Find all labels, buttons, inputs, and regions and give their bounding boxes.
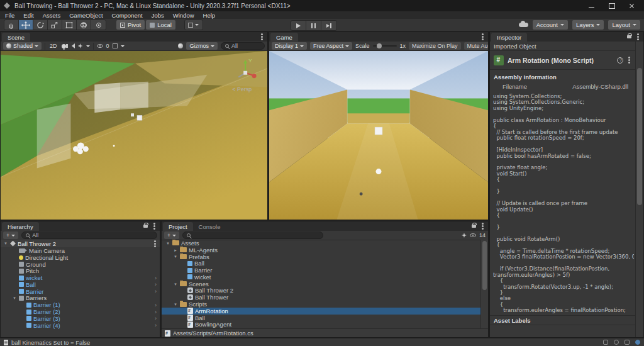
- console-message-icon[interactable]: [4, 340, 8, 345]
- create-object-button[interactable]: +: [3, 232, 18, 239]
- menu-item[interactable]: Help: [203, 12, 216, 19]
- layers-status-icon[interactable]: [625, 340, 630, 345]
- game-menu-kebab-icon[interactable]: [482, 36, 484, 38]
- project-search-input[interactable]: [182, 232, 323, 239]
- rect-tool-icon[interactable]: [62, 20, 77, 30]
- tab-console[interactable]: Console: [193, 222, 226, 231]
- expand-arrow[interactable]: ▸: [173, 248, 178, 252]
- maximize-icon[interactable]: [609, 3, 615, 9]
- hierarchy-item[interactable]: Main Camera: [1, 247, 160, 254]
- expand-arrow[interactable]: ▾: [173, 302, 178, 306]
- scene-row-kebab-icon[interactable]: [154, 243, 156, 245]
- tab-game[interactable]: Game: [270, 33, 298, 42]
- menu-item[interactable]: Jobs: [152, 12, 164, 19]
- draw-mode-dropdown[interactable]: Shaded: [3, 42, 42, 50]
- hierarchy-item[interactable]: ▾ Barriers: [1, 295, 160, 302]
- project-lock-icon[interactable]: [472, 225, 476, 228]
- maximize-on-play-toggle[interactable]: Maximize On Play: [409, 42, 461, 50]
- transform-tool-icon[interactable]: [77, 20, 91, 30]
- project-item[interactable]: ▾ Scenes: [162, 281, 480, 287]
- cloud-icon[interactable]: [519, 23, 528, 27]
- prefab-chevron-icon[interactable]: ›: [155, 275, 160, 281]
- tab-inspector[interactable]: Inspector: [491, 33, 527, 42]
- expand-arrow[interactable]: ▾: [165, 241, 170, 245]
- step-button[interactable]: [321, 21, 336, 30]
- hierarchy-item[interactable]: Barrier ›: [1, 288, 160, 295]
- scene-search-input[interactable]: All: [221, 42, 265, 50]
- hierarchy-item[interactable]: wicket ›: [1, 274, 160, 281]
- status-message[interactable]: ball Kinematics Set to = False: [11, 339, 90, 346]
- display-dropdown[interactable]: Display 1: [272, 42, 307, 50]
- expand-arrow[interactable]: ▾: [12, 296, 17, 300]
- scene-root-row[interactable]: Ball Thrower 2: [1, 240, 160, 247]
- tab-hierarchy[interactable]: Hierarchy: [2, 222, 39, 231]
- aspect-dropdown[interactable]: Free Aspect: [310, 42, 352, 50]
- script-kebab-icon[interactable]: [628, 59, 630, 61]
- collab-status-icon[interactable]: [635, 340, 640, 345]
- minimize-icon[interactable]: [589, 3, 595, 9]
- hierarchy-item[interactable]: Pitch: [1, 267, 160, 274]
- scene-grid-icon[interactable]: [113, 43, 118, 48]
- play-button[interactable]: [291, 21, 306, 30]
- project-item[interactable]: Barrier: [162, 267, 480, 274]
- hierarchy-item[interactable]: Barrier (2) ›: [1, 308, 160, 315]
- scale-tool-icon[interactable]: [48, 20, 62, 30]
- hierarchy-lock-icon[interactable]: [143, 225, 148, 228]
- expand-arrow[interactable]: [3, 241, 8, 246]
- project-item[interactable]: Ball Thrower: [162, 294, 480, 301]
- hierarchy-item[interactable]: Barrier (3) ›: [1, 315, 160, 322]
- inspector-menu-kebab-icon[interactable]: [637, 36, 639, 38]
- toggle-2d[interactable]: 2D: [48, 43, 58, 49]
- expand-arrow[interactable]: ▾: [173, 254, 178, 259]
- hierarchy-item[interactable]: Barrier (4) ›: [1, 322, 160, 329]
- tab-project[interactable]: Project: [163, 222, 193, 231]
- menu-item[interactable]: Edit: [23, 12, 33, 19]
- effects-caret-icon[interactable]: [86, 45, 90, 47]
- layers-dropdown[interactable]: Layers: [572, 20, 604, 30]
- create-asset-button[interactable]: +: [164, 232, 179, 239]
- inspector-scrollbar[interactable]: [635, 42, 643, 337]
- menu-item[interactable]: Window: [173, 12, 194, 19]
- scene-viewport[interactable]: Y < Persp: [1, 51, 267, 220]
- project-kebab-icon[interactable]: [482, 225, 484, 227]
- project-item[interactable]: ▾ Prefabs: [162, 254, 480, 260]
- effects-toggle-icon[interactable]: [78, 43, 83, 48]
- prefab-chevron-icon[interactable]: ›: [155, 315, 160, 321]
- hierarchy-item[interactable]: Directional Light: [1, 254, 160, 261]
- hierarchy-kebab-icon[interactable]: [153, 225, 155, 227]
- hierarchy-item[interactable]: Ball ›: [1, 281, 160, 288]
- local-toggle[interactable]: Local: [146, 20, 175, 30]
- prefab-chevron-icon[interactable]: ›: [155, 281, 160, 287]
- tab-scene[interactable]: Scene: [2, 33, 30, 42]
- lock-icon[interactable]: [627, 35, 631, 38]
- scene-visibility-icon[interactable]: [97, 44, 103, 48]
- close-icon[interactable]: [629, 3, 635, 9]
- gizmos-dropdown[interactable]: Gizmos: [186, 42, 218, 50]
- mute-audio-toggle[interactable]: Mute Audio: [464, 42, 488, 50]
- menu-item[interactable]: File: [5, 12, 14, 19]
- prefab-chevron-icon[interactable]: ›: [155, 302, 160, 308]
- project-item[interactable]: BowlingAgent: [162, 321, 480, 328]
- hand-tool-icon[interactable]: [4, 20, 19, 30]
- project-item[interactable]: ▾ Assets: [162, 240, 480, 247]
- package-visibility-icon[interactable]: [470, 233, 476, 237]
- game-viewport[interactable]: [269, 51, 488, 220]
- grid-snap-icon[interactable]: [185, 20, 203, 30]
- project-scrollbar[interactable]: [480, 240, 488, 328]
- audio-toggle-icon[interactable]: [72, 43, 75, 48]
- lighting-toggle-icon[interactable]: [62, 44, 66, 48]
- menu-item[interactable]: GameObject: [69, 12, 103, 19]
- account-dropdown[interactable]: Account: [533, 20, 568, 30]
- prefab-chevron-icon[interactable]: ›: [155, 288, 160, 294]
- prefab-chevron-icon[interactable]: ›: [155, 309, 160, 315]
- custom-tool-icon[interactable]: [91, 20, 106, 30]
- prefab-chevron-icon[interactable]: ›: [155, 322, 160, 328]
- menu-item[interactable]: Assets: [43, 12, 61, 19]
- project-item[interactable]: Ball Thrower 2: [162, 287, 480, 294]
- project-item[interactable]: ▸ ML-Agents: [162, 247, 480, 254]
- project-item[interactable]: Ball: [162, 315, 480, 321]
- scrollbar-thumb[interactable]: [637, 68, 642, 205]
- auto-generate-lighting-icon[interactable]: [603, 340, 608, 345]
- pause-button[interactable]: [306, 21, 321, 30]
- rotate-tool-icon[interactable]: [33, 20, 48, 30]
